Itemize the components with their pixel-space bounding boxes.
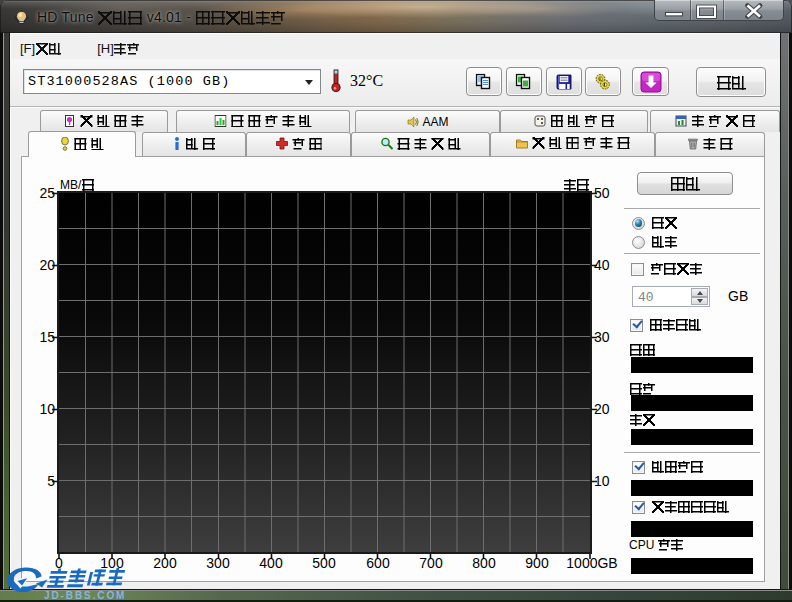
svg-text:JD-BBS.COM: JD-BBS.COM: [44, 590, 126, 601]
